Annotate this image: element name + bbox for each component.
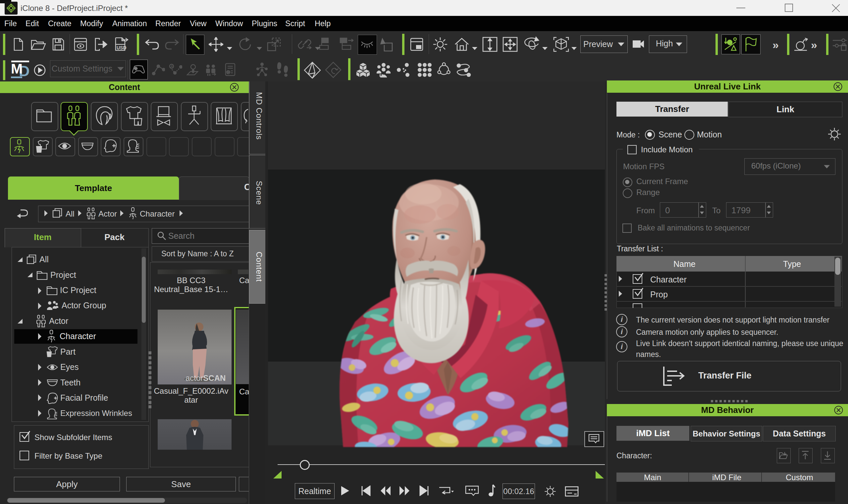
- svg-text:A: A: [171, 64, 173, 68]
- svg-text:USD: USD: [117, 45, 126, 50]
